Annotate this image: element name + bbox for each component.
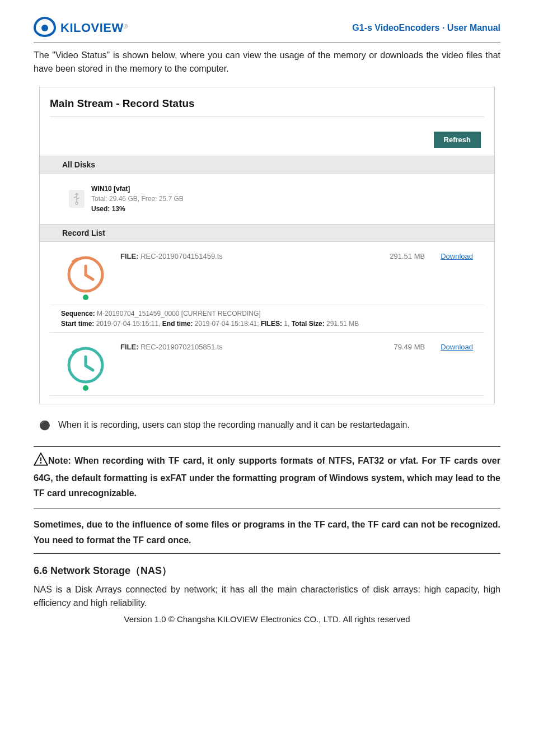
bullet-text: When it is recording, users can stop the… — [58, 420, 410, 431]
doc-title: G1-s VideoEncoders · User Manual — [352, 23, 500, 33]
bullet-icon: ⚫ — [39, 420, 50, 431]
file-name: REC-20190704151459.ts — [140, 252, 223, 260]
file-size: 79.49 MB — [394, 343, 425, 351]
intro-paragraph: The "Video Status" is shown below, where… — [34, 49, 500, 76]
record-status-screenshot: Main Stream - Record Status Refresh All … — [39, 87, 495, 404]
sequence-bar: Sequence: M-20190704_151459_0000 [CURREN… — [50, 305, 484, 333]
refresh-button[interactable]: Refresh — [434, 132, 481, 148]
brand-logo: KILOVIEW® — [34, 17, 128, 39]
disk-name: WIN10 [vfat] — [91, 184, 184, 194]
warning-icon — [34, 452, 48, 470]
bullet-paragraph: ⚫ When it is recording, users can stop t… — [39, 420, 495, 431]
sequence-times: Start time: 2019-07-04 15:15:11, End tim… — [61, 320, 359, 328]
registered-icon: ® — [124, 24, 128, 30]
download-link[interactable]: Download — [441, 343, 473, 351]
page-header: KILOVIEW® G1-s VideoEncoders · User Manu… — [34, 17, 500, 43]
file-size: 291.51 MB — [390, 252, 425, 260]
page-footer: Version 1.0 © Changsha KILOVIEW Electron… — [34, 614, 500, 624]
sequence-label: Sequence: — [61, 310, 95, 318]
all-disks-header: All Disks — [40, 156, 494, 174]
download-link[interactable]: Download — [441, 252, 473, 260]
record-item: FILE: REC-20190704151459.ts 291.51 MB Do… — [50, 242, 484, 333]
header-divider — [34, 43, 500, 43]
note-divider — [34, 508, 500, 509]
nas-paragraph: NAS is a Disk Arrays connected by networ… — [34, 583, 500, 610]
record-thumbnail — [61, 250, 110, 299]
brand-text: KILOVIEW — [60, 21, 124, 35]
sequence-value: M-20190704_151459_0000 [CURRENT RECORDIN… — [97, 310, 261, 318]
note-text-1: Note: When recording with TF card, it on… — [34, 456, 500, 498]
disk-used: Used: 13% — [91, 204, 184, 214]
clock-icon — [66, 346, 105, 385]
note-text-2: Sometimes, due to the influence of some … — [34, 517, 500, 547]
svg-point-0 — [41, 25, 48, 31]
file-name: REC-20190702105851.ts — [140, 343, 223, 351]
clock-icon — [66, 255, 105, 294]
disk-stats: Total: 29.46 GB, Free: 25.7 GB — [91, 194, 184, 204]
note-block: Note: When recording with TF card, it on… — [34, 446, 500, 554]
status-dot-icon — [83, 385, 88, 391]
file-label: FILE: — [120, 343, 139, 351]
status-dot-icon — [83, 295, 88, 300]
section-heading: 6.6 Network Storage（NAS） — [34, 564, 500, 577]
logo-icon — [34, 17, 56, 39]
record-item: FILE: REC-20190702105851.ts 79.49 MB Dow… — [50, 333, 484, 396]
file-label: FILE: — [120, 252, 139, 260]
panel-title: Main Stream - Record Status — [50, 95, 484, 117]
svg-point-6 — [40, 462, 42, 464]
usb-icon — [69, 190, 85, 208]
record-list-header: Record List — [40, 224, 494, 242]
record-thumbnail — [61, 340, 110, 390]
brand-name: KILOVIEW® — [60, 21, 128, 35]
disk-item[interactable]: WIN10 [vfat] Total: 29.46 GB, Free: 25.7… — [50, 174, 484, 224]
